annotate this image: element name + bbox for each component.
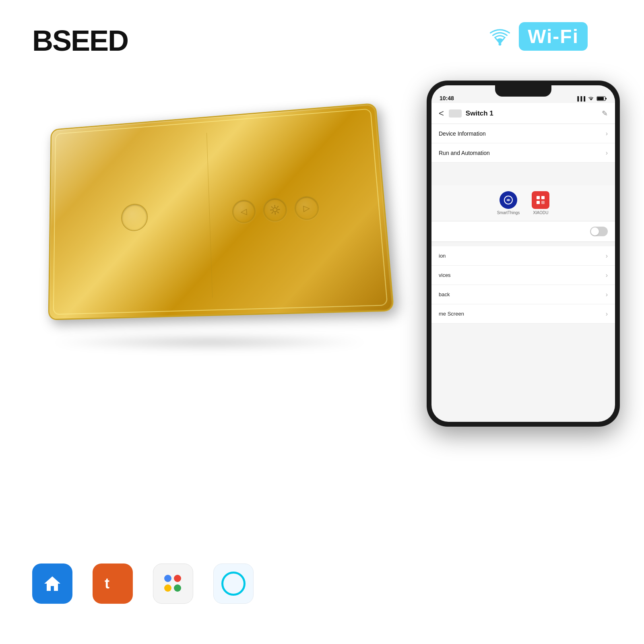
- edit-button[interactable]: ✎: [602, 109, 608, 118]
- switch-button-left[interactable]: [121, 203, 148, 231]
- google-dots: [164, 575, 182, 592]
- svg-rect-12: [597, 97, 604, 100]
- menu-item-device-info-label: Device Information: [439, 130, 486, 137]
- svg-rect-11: [605, 98, 607, 99]
- switch-highlight: [49, 104, 392, 319]
- svg-rect-14: [537, 196, 540, 199]
- app-header: < Switch 1 ✎: [431, 103, 615, 124]
- list-chevron-1: ›: [606, 252, 608, 260]
- wifi-badge: Wi-Fi: [486, 22, 588, 51]
- chevron-icon-2: ›: [606, 149, 608, 157]
- brand-logo: BSEED: [32, 24, 128, 57]
- chevron-icon: ›: [606, 130, 608, 137]
- list-item-1[interactable]: ion ›: [431, 246, 615, 266]
- status-time: 10:48: [440, 95, 454, 101]
- switch-name-row: Switch 1: [449, 109, 602, 118]
- list-section: ion › vices › back › me Screen ›: [431, 246, 615, 324]
- phone-screen: 10:48 ▐▐▐ <: [431, 85, 615, 422]
- google-dot-yellow: [164, 584, 171, 592]
- list-item-4-label: me Screen: [439, 311, 464, 317]
- svg-rect-16: [537, 201, 540, 204]
- prev-icon: ◁: [241, 207, 247, 216]
- status-icons: ▐▐▐: [576, 96, 607, 101]
- toggle-row: [431, 221, 615, 242]
- svg-rect-17: [541, 201, 545, 204]
- integration-xiaodu[interactable]: XIAODU: [532, 191, 549, 215]
- phone-outer: 10:48 ▐▐▐ <: [427, 80, 620, 427]
- smartlife-app-icon[interactable]: [32, 564, 72, 604]
- integration-smartthings[interactable]: SmartThings: [497, 191, 520, 215]
- list-item-3-label: back: [439, 291, 450, 297]
- list-item-2-label: vices: [439, 272, 451, 278]
- menu-item-automation-label: Run and Automation: [439, 150, 490, 156]
- home-svg-icon: [41, 572, 64, 595]
- toggle-knob: [591, 227, 599, 235]
- switch-border: [53, 108, 388, 315]
- list-item-4[interactable]: me Screen ›: [431, 304, 615, 324]
- switch-panel: ◁ ▷: [48, 103, 394, 320]
- switch-device-icon: [449, 109, 462, 118]
- xiaodu-icon: [532, 191, 549, 209]
- xiaodu-label: XIAODU: [533, 211, 548, 215]
- google-home-app-icon[interactable]: [153, 564, 193, 604]
- toggle-switch[interactable]: [590, 227, 608, 236]
- svg-point-1: [273, 208, 277, 212]
- google-dot-red: [174, 575, 181, 582]
- list-item-3[interactable]: back ›: [431, 285, 615, 304]
- list-item-2[interactable]: vices ›: [431, 266, 615, 285]
- wifi-text-box: Wi-Fi: [519, 22, 588, 51]
- menu-item-device-info[interactable]: Device Information ›: [431, 124, 615, 143]
- svg-line-7: [277, 212, 279, 213]
- alexa-ring-icon: [221, 572, 246, 596]
- menu-item-automation[interactable]: Run and Automation ›: [431, 143, 615, 163]
- switch-btn-prev[interactable]: ◁: [231, 199, 256, 224]
- svg-line-6: [271, 206, 272, 208]
- brightness-icon: [269, 204, 281, 215]
- svg-point-0: [499, 43, 502, 45]
- list-chevron-3: ›: [606, 291, 608, 298]
- svg-line-9: [272, 212, 273, 213]
- tuya-svg-icon: t: [101, 572, 124, 595]
- switch-shadow: [48, 334, 370, 350]
- switch-name: Switch 1: [466, 109, 493, 118]
- bottom-app-icons: t: [32, 564, 254, 604]
- back-button[interactable]: <: [439, 108, 444, 119]
- svg-text:t: t: [105, 575, 109, 592]
- svg-line-8: [277, 206, 278, 208]
- switch-btn-next[interactable]: ▷: [294, 196, 320, 221]
- switch-btn-brightness[interactable]: [262, 197, 288, 222]
- wifi-label: Wi-Fi: [528, 25, 579, 47]
- switch-divider: [206, 133, 213, 298]
- battery-status-icon: [597, 96, 607, 101]
- signal-icon: ▐▐▐: [576, 96, 585, 101]
- google-dot-green: [174, 584, 181, 592]
- tuya-app-icon[interactable]: t: [93, 564, 133, 604]
- smartthings-icon: [500, 191, 517, 209]
- google-dot-blue: [164, 575, 171, 582]
- list-item-1-label: ion: [439, 253, 446, 259]
- toggle-section: [431, 221, 615, 242]
- app-menu: Device Information › Run and Automation …: [431, 124, 615, 163]
- smartthings-svg: [503, 195, 514, 205]
- phone-mockup: 10:48 ▐▐▐ <: [427, 80, 620, 427]
- svg-rect-15: [541, 196, 545, 199]
- smartthings-label: SmartThings: [497, 211, 520, 215]
- alexa-app-icon[interactable]: [213, 564, 254, 604]
- list-chevron-4: ›: [606, 310, 608, 318]
- next-icon: ▷: [303, 204, 310, 212]
- list-chevron-2: ›: [606, 272, 608, 279]
- xiaodu-svg: [535, 194, 546, 206]
- wifi-icon: [486, 25, 514, 47]
- phone-notch: [495, 85, 551, 97]
- switch-device: ◁ ▷: [24, 113, 386, 338]
- switch-buttons-right: ◁ ▷: [231, 196, 320, 224]
- wifi-status-icon: [587, 96, 594, 101]
- integration-row: SmartThings XIAODU: [431, 185, 615, 221]
